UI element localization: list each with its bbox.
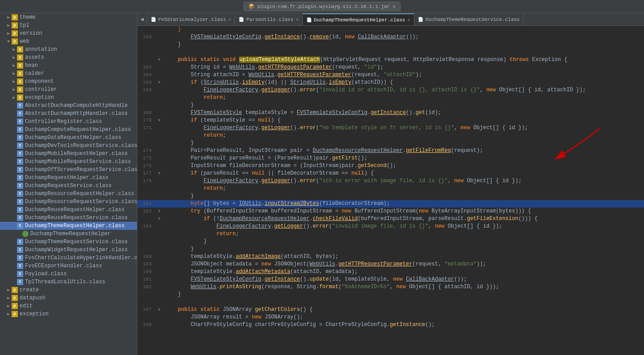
sidebar-item-duchampthemehelper-inner[interactable]: ▶ DuchampThemeRequestHelper [0, 230, 137, 238]
sidebar-item-duchampthemehelper[interactable]: ▶ C DuchampThemeRequestHelper.class [0, 222, 137, 230]
sidebar-item-version[interactable]: ▶ p version [0, 29, 137, 37]
fold-btn[interactable]: ▼ [158, 117, 161, 124]
line-content: if (!DuchampResourceRequestHelper.checkF… [163, 215, 644, 223]
line-content: JSONObject metadata = new JSONObject(Web… [163, 261, 644, 268]
line-content: FineLoggerFactory.getLogger().error("sth… [163, 177, 644, 185]
line-content: } [163, 192, 644, 200]
code-line-166: 166 FineLoggerFactory.getLogger().error(… [137, 86, 644, 94]
sidebar-item-exception[interactable]: ▶ p exception [0, 94, 137, 102]
arrow-icon: ▶ [7, 311, 10, 317]
sidebar-item-duchampresourceservice[interactable]: ▶ C DuchampResourceRequestService.class [0, 198, 137, 206]
arrow-icon: ▶ [12, 87, 15, 92]
code-line-167: return; [137, 94, 644, 102]
sidebar-item-duchampcompute[interactable]: ▶ C DuchampComputeRequestHelper.class [0, 126, 137, 134]
sidebar-item-controller[interactable]: ▶ p controller [0, 86, 137, 94]
sidebar-label: exception [25, 94, 54, 101]
sidebar-item-edit[interactable]: ▶ p edit [0, 302, 137, 310]
fold-btn[interactable]: ▼ [158, 208, 161, 215]
sidebar-label: version [20, 30, 42, 37]
class-icon: C [17, 239, 23, 245]
line-content: String attachID = WebUtils.getHTTPReques… [163, 71, 644, 79]
line-gutter [155, 238, 163, 245]
line-gutter [155, 261, 163, 268]
fold-btn[interactable]: ▼ [158, 56, 161, 64]
sidebar-item-duchampthemeservice[interactable]: ▶ C DuchampThemeRequestService.class [0, 238, 137, 246]
top-bar: 📦 plugin-com.fr.plugin.wysiwyg.v11-2.10.… [0, 0, 644, 13]
sidebar-item-duchampdevtools[interactable]: ▶ C DuchampDevToolsRequestService.class [0, 142, 137, 150]
class-icon: C [17, 135, 23, 141]
line-content: try (BufferedInputStream bufferedInputSt… [163, 208, 644, 215]
package-icon: p [12, 22, 18, 29]
line-content: return; [163, 230, 644, 238]
tab-parseutils[interactable]: 📄 ParseUtils.class ✕ [235, 13, 302, 25]
fold-btn[interactable]: ▼ [158, 79, 161, 86]
line-number [137, 314, 155, 321]
sidebar-item-create[interactable]: ▶ p create [0, 286, 137, 294]
sidebar-item-assets[interactable]: ▶ p assets [0, 53, 137, 61]
sidebar-item-calder[interactable]: ▶ p calder [0, 69, 137, 78]
fold-btn[interactable]: ▼ [158, 215, 161, 223]
code-line-171: 171 FineLoggerFactory.getLogger().error(… [137, 124, 644, 132]
code-line-198: 198 ChartPreStyleConfig chartPreStyleCon… [137, 321, 644, 329]
sidebar-item-web[interactable]: ▼ p web [0, 37, 137, 45]
editor-area: ◀ 📄 FVSStaticAnalyzer.class ✕ 📄 ParseUti… [137, 13, 644, 355]
sidebar-item-duchampdata[interactable]: ▶ C DuchampDataRequestHelper.class [0, 134, 137, 142]
sidebar-item-duchampmobilehelper[interactable]: ▶ C DuchampMobileRequestHelper.class [0, 150, 137, 158]
line-gutter [155, 298, 163, 306]
sidebar-item-fvschart[interactable]: ▶ C FvsChartCalculateHyperlinkHandler.cl… [0, 254, 137, 262]
tab-duchamptheme-active[interactable]: 📄 DuchampThemeRequestHelper.class ✕ [303, 13, 414, 25]
sidebar-item-duchamprequestservice[interactable]: ▶ C DuchampRequestService.class [0, 182, 137, 190]
sidebar-item-duchampmobileservice[interactable]: ▶ C DuchampMobileRequestService.class [0, 158, 137, 166]
sidebar-item-bean[interactable]: ▶ p bean [0, 61, 137, 69]
tab-label: DuchampThemeRequestHelper.class [314, 17, 405, 23]
sidebar-item-tpl[interactable]: ▶ p tpl [0, 21, 137, 29]
line-content: } [163, 41, 644, 49]
code-line-179: return; [137, 185, 644, 192]
sidebar-item-fvsecexport[interactable]: ▶ C FvsECExportHandler.class [0, 262, 137, 270]
tab-close-icon[interactable]: ✕ [228, 16, 231, 22]
sidebar-item-abstracthttp[interactable]: ▶ C AbstractDuchampHttpHandler.class [0, 110, 137, 118]
sidebar-label: edit [20, 303, 33, 309]
sidebar-item-abstractcompute[interactable]: ▶ C AbstractDuchampComputeHttpHandle [0, 102, 137, 110]
arrow-icon: ▶ [12, 95, 15, 100]
arrow-icon: ▶ [7, 295, 10, 301]
sidebar-item-theme[interactable]: ▶ p theme [0, 13, 137, 21]
code-line-197: 197 ▼ public static JSONArray getChartCo… [137, 306, 644, 314]
fold-btn[interactable]: ▼ [158, 306, 161, 314]
fold-btn[interactable]: ▼ [158, 170, 161, 177]
tab-duchampthemeservice[interactable]: 📄 DuchampThemeRequestService.class [414, 13, 524, 25]
line-gutter [155, 268, 163, 276]
sidebar-item-controllerregister[interactable]: ▶ C ControllerRegister.class [0, 118, 137, 126]
line-number: 198 [137, 321, 155, 329]
sidebar-item-duchamprequesthelper[interactable]: ▶ C DuchampRequestHelper.class [0, 174, 137, 182]
code-line-181: 181 byte[] bytes = IOUtils.inputStream2B… [137, 200, 644, 208]
line-number: 170 [137, 117, 155, 124]
line-gutter: ▼ [155, 56, 163, 64]
sidebar-item-duchampwidget[interactable]: ▶ C DuchampWidgetRequestHelper.class [0, 246, 137, 254]
sidebar-item-payload[interactable]: ▶ C Payload.class [0, 270, 137, 278]
sidebar-item-exception2[interactable]: ▶ p exception [0, 310, 137, 318]
sidebar-item-duchampresourcehelper[interactable]: ▶ C DuchampResourceRequestHelper.class [0, 190, 137, 198]
sidebar-item-annotation[interactable]: ▶ p annotation [0, 45, 137, 53]
line-gutter [155, 321, 163, 329]
package-icon: p [17, 86, 23, 93]
jar-tab-close[interactable]: ✕ [392, 4, 396, 9]
class-icon: C [17, 126, 23, 133]
tab-nav-back[interactable]: ◀ [137, 13, 147, 25]
sidebar: ▶ p theme ▶ p tpl ▶ p version ▼ p web ▶ … [0, 13, 137, 355]
tab-close-icon[interactable]: ✕ [407, 17, 410, 23]
jar-tab[interactable]: 📦 plugin-com.fr.plugin.wysiwyg.v11-2.10.… [244, 2, 400, 11]
sidebar-item-duchampreusereqservice[interactable]: ▶ C DuchampReuseRequestService.class [0, 214, 137, 222]
line-number [137, 298, 155, 306]
sidebar-item-duchampoffscreen[interactable]: ▶ C DuchampOffScreenRequestService.class [0, 166, 137, 174]
line-number [137, 41, 155, 49]
tab-fvsstaticanalyzer[interactable]: 📄 FVSStaticAnalyzer.class ✕ [147, 13, 235, 25]
sidebar-item-tplthread[interactable]: ▶ C TplThreadLocalUtils.class [0, 278, 137, 286]
code-editor[interactable]: } 159 FVSTemplateStyleConfig.getInstance… [137, 26, 644, 355]
line-content: ChartPreStyleConfig chartPreStyleConfig … [163, 321, 644, 329]
tab-close-icon[interactable]: ✕ [296, 16, 299, 22]
sidebar-item-datapush[interactable]: ▶ p datapush [0, 294, 137, 302]
sidebar-item-component[interactable]: ▶ p component [0, 78, 137, 86]
sidebar-item-duchampreusereqhelper[interactable]: ▶ C DuchampReuseRequestHelper.class [0, 206, 137, 214]
line-gutter [155, 162, 163, 170]
